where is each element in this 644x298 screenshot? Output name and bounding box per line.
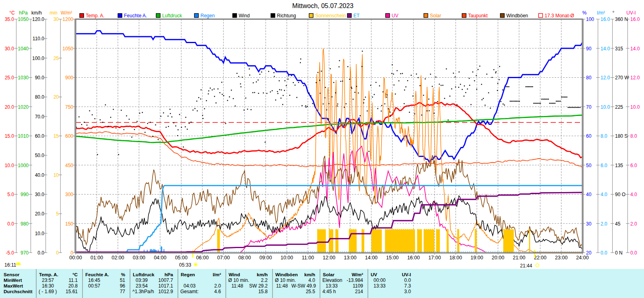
svg-text:214: 214: [355, 289, 363, 294]
svg-text:23:00: 23:00: [555, 255, 568, 261]
svg-text:60: 60: [586, 133, 592, 139]
svg-text:15: 15: [54, 133, 59, 139]
svg-text:Feuchte A.: Feuchte A.: [85, 272, 109, 277]
svg-text:110.0: 110.0: [33, 36, 44, 41]
svg-text:07:00: 07:00: [217, 255, 230, 261]
svg-text:16:30: 16:30: [42, 283, 54, 289]
svg-text:21:44: 21:44: [520, 263, 532, 269]
svg-text:180 S: 180 S: [615, 133, 627, 139]
svg-text:1050: 1050: [18, 17, 29, 22]
svg-text:0 N: 0 N: [615, 250, 623, 256]
svg-text:51: 51: [120, 277, 126, 283]
svg-text:25.5: 25.5: [306, 289, 316, 294]
svg-text:min: min: [50, 10, 57, 16]
svg-text:01:00: 01:00: [91, 255, 103, 261]
svg-text:2.2: 2.2: [261, 277, 268, 283]
svg-text:10:00: 10:00: [281, 255, 293, 261]
svg-text:08:00: 08:00: [238, 255, 251, 261]
svg-text:05:33: 05:33: [179, 262, 191, 268]
svg-text:4.0: 4.0: [601, 192, 607, 197]
svg-text:Ø 10 min.: Ø 10 min.: [275, 277, 296, 283]
svg-text:6.0: 6.0: [601, 163, 607, 168]
svg-text:2.0: 2.0: [214, 283, 221, 289]
svg-text:SW 29.2: SW 29.2: [249, 283, 268, 289]
svg-text:0.0: 0.0: [601, 250, 607, 256]
svg-text:00:00: 00:00: [374, 277, 386, 283]
svg-text:Sonnenschein: Sonnenschein: [315, 13, 346, 19]
svg-text:50.0: 50.0: [35, 153, 45, 158]
svg-text:04:03: 04:03: [184, 283, 196, 289]
svg-text:14.0: 14.0: [630, 46, 640, 52]
svg-text:05:00: 05:00: [175, 255, 188, 261]
svg-text:7.3: 7.3: [404, 283, 411, 289]
svg-text:8.0: 8.0: [601, 133, 607, 139]
svg-text:25.0: 25.0: [5, 75, 14, 81]
svg-text:2.0: 2.0: [601, 221, 607, 227]
svg-text:21:00: 21:00: [513, 255, 525, 261]
svg-text:^1.3hPa/h: ^1.3hPa/h: [132, 289, 154, 294]
svg-text:6.0: 6.0: [630, 163, 637, 168]
svg-text:1017.1: 1017.1: [158, 283, 173, 289]
svg-text:40: 40: [586, 192, 592, 197]
svg-text:20.0: 20.0: [35, 211, 45, 217]
svg-text:Feuchte A.: Feuchte A.: [124, 13, 147, 19]
svg-text:15:00: 15:00: [386, 255, 398, 261]
svg-text:600: 600: [65, 133, 73, 139]
svg-text:225: 225: [615, 104, 623, 110]
svg-text:-13.984: -13.984: [347, 277, 363, 283]
svg-text:Richtung: Richtung: [277, 13, 296, 19]
svg-text:°C: °C: [9, 10, 15, 16]
svg-text:12:00: 12:00: [323, 255, 335, 261]
svg-text:1012.9: 1012.9: [158, 289, 173, 294]
svg-text:hPa: hPa: [19, 10, 28, 16]
svg-text:80.0: 80.0: [35, 94, 45, 100]
svg-text:°: °: [613, 10, 615, 16]
svg-text:1010: 1010: [18, 133, 29, 139]
svg-text:4.0: 4.0: [308, 277, 315, 283]
svg-text:Regen: Regen: [200, 13, 215, 19]
svg-text:1200: 1200: [62, 17, 73, 22]
svg-text:Temp. A.: Temp. A.: [39, 272, 58, 277]
svg-text:20.0: 20.0: [5, 104, 14, 110]
svg-text:80: 80: [586, 75, 592, 81]
svg-text:1109: 1109: [353, 283, 363, 289]
svg-text:Luftdruck: Luftdruck: [162, 13, 182, 19]
svg-text:19:00: 19:00: [471, 255, 483, 261]
svg-text:100.0: 100.0: [32, 56, 44, 61]
svg-text:15.61: 15.61: [66, 289, 78, 294]
svg-text:MaxWert: MaxWert: [4, 283, 23, 288]
svg-text:Taupunkt: Taupunkt: [468, 13, 488, 19]
svg-text:Ø 10 min.: Ø 10 min.: [228, 277, 249, 283]
svg-text:( - 1.69 ): ( - 1.69 ): [39, 289, 57, 294]
svg-text:20.8: 20.8: [68, 283, 78, 289]
svg-text:23:57: 23:57: [42, 277, 54, 283]
svg-text:°C: °C: [72, 272, 78, 277]
svg-text:77: 77: [120, 289, 126, 294]
svg-text:24:00: 24:00: [576, 255, 588, 261]
svg-text:Regen: Regen: [181, 272, 195, 277]
svg-text:UV: UV: [392, 13, 398, 19]
svg-text:45: 45: [615, 221, 621, 227]
svg-text:12.0: 12.0: [630, 75, 640, 81]
svg-text:980: 980: [21, 221, 29, 227]
svg-text:03:39: 03:39: [136, 277, 148, 283]
svg-text:1000: 1000: [18, 163, 29, 168]
svg-text:10.0: 10.0: [630, 104, 640, 110]
svg-text:Windböen: Windböen: [506, 13, 528, 19]
svg-text:-5.0: -5.0: [6, 250, 14, 256]
svg-text:100: 100: [586, 17, 594, 22]
svg-text:1050: 1050: [62, 46, 73, 52]
svg-text:30.0: 30.0: [35, 192, 45, 197]
svg-text:90.0: 90.0: [35, 75, 45, 81]
svg-text:4.0: 4.0: [630, 192, 637, 197]
svg-text:900: 900: [65, 75, 73, 81]
svg-text:16:11: 16:11: [4, 262, 16, 268]
svg-text:UV-I: UV-I: [626, 10, 636, 16]
svg-text:00:57: 00:57: [88, 283, 100, 289]
svg-text:990: 990: [21, 192, 29, 197]
svg-text:1040: 1040: [18, 46, 29, 52]
svg-text:02:00: 02:00: [111, 255, 124, 261]
svg-text:03:00: 03:00: [133, 255, 145, 261]
svg-text:25: 25: [54, 56, 59, 61]
svg-text:40.0: 40.0: [35, 172, 45, 178]
